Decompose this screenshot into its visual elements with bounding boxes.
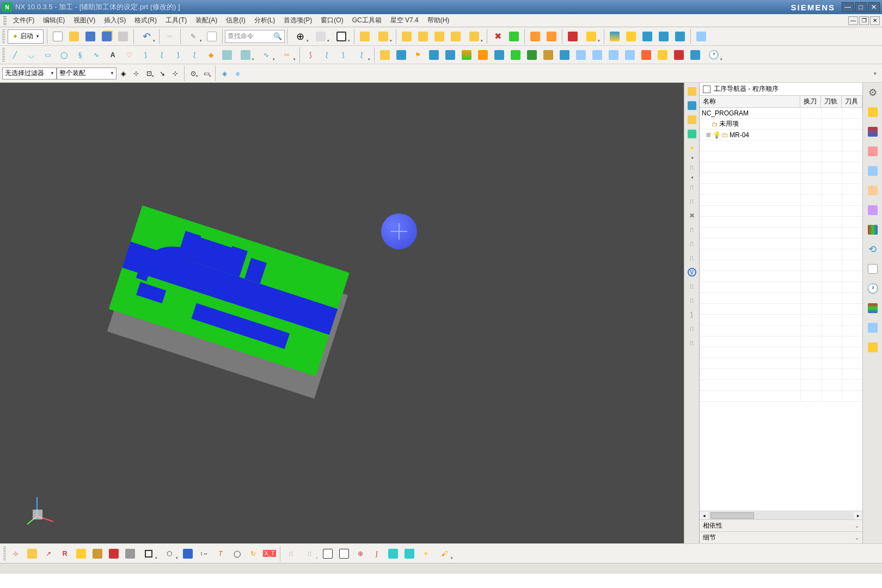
res-r9-icon[interactable] [865, 261, 880, 277]
vb-part-icon[interactable] [685, 85, 699, 98]
bb-circle-icon[interactable]: ◯ [229, 546, 244, 561]
cam-p3-icon[interactable] [459, 47, 474, 63]
arc-icon[interactable]: ◡ [23, 47, 39, 63]
print-icon[interactable] [115, 29, 131, 44]
menu-info[interactable]: 信息(I) [222, 15, 249, 26]
bb-axes-icon[interactable]: ↕↔ [197, 546, 212, 561]
bb-arc-icon[interactable]: ↻ [246, 546, 261, 561]
cyl1-icon[interactable] [219, 47, 235, 63]
menu-format[interactable]: 格式(R) [130, 15, 161, 26]
section-dependencies[interactable]: 相依性 ⌄ [700, 519, 862, 531]
sel-icon-5[interactable]: ⊹ [169, 68, 181, 79]
rect-icon[interactable]: ▾ [332, 29, 351, 44]
bb-brown-icon[interactable] [90, 546, 105, 561]
curve2-icon[interactable]: ⟆ [303, 47, 318, 63]
sel-icon-2[interactable]: ⊹ [130, 68, 142, 79]
bb-csys-icon[interactable]: ⊹ [8, 546, 23, 561]
bb-target-icon[interactable]: ⊕ [353, 546, 368, 561]
intersect-icon[interactable]: ◆ [203, 47, 218, 63]
vb-d12-icon[interactable]: ⎍ [685, 336, 699, 350]
bb-gray-icon[interactable] [122, 546, 138, 561]
cam-p6-icon[interactable] [508, 47, 523, 63]
spline-icon[interactable]: ∿ [89, 47, 104, 63]
yellow-cube-icon[interactable]: ▾ [581, 29, 601, 44]
vb-d11-icon[interactable]: ⎍ [685, 322, 699, 335]
bb-text-icon[interactable]: T [213, 546, 228, 561]
res-r6-icon[interactable] [865, 203, 880, 218]
sel-icon-7[interactable]: ▭▾ [200, 68, 212, 79]
tree-root[interactable]: NC_PROGRAM [700, 108, 862, 119]
col-toolchange[interactable]: 换刀 [800, 96, 821, 107]
vb-d5-icon[interactable]: ⎍ [685, 223, 699, 236]
menu-gctoolbox[interactable]: GC工具箱 [348, 15, 386, 26]
undo-icon[interactable]: ↶▾ [137, 29, 156, 44]
menu-tools[interactable]: 工具(T) [161, 15, 191, 26]
tool-icon[interactable] [415, 29, 431, 44]
vb-d4-icon[interactable]: ✖ [685, 209, 699, 222]
vb-d1-icon[interactable]: ⎍ [685, 161, 699, 174]
sel-icon-9[interactable]: ◆ [231, 68, 243, 79]
sel-icon-6[interactable]: ⊙▾ [187, 68, 199, 79]
vb-d2-icon[interactable]: ⎍ [685, 181, 699, 194]
vb-d7-icon[interactable]: ⎍ [685, 252, 699, 265]
menu-help[interactable]: 帮助(H) [423, 15, 454, 26]
cam-tool-icon[interactable] [394, 47, 409, 63]
sheet-icon[interactable] [204, 29, 219, 44]
grid4-icon[interactable] [656, 29, 671, 44]
cam-p13-icon[interactable] [622, 47, 638, 63]
mdi-restore[interactable]: ❐ [859, 16, 869, 25]
open-icon[interactable] [66, 29, 82, 44]
bb-hex-icon[interactable]: ⬡▾ [160, 546, 179, 561]
bb-blue-icon[interactable] [180, 546, 195, 561]
menu-analysis[interactable]: 分析(L) [250, 15, 280, 26]
res-r7-icon[interactable] [865, 222, 880, 237]
bb-xt-icon[interactable]: X_T [262, 546, 277, 561]
orange1-icon[interactable] [528, 29, 543, 44]
grid3-icon[interactable] [640, 29, 655, 44]
new-icon[interactable] [50, 29, 65, 44]
maximize-button[interactable]: □ [855, 2, 867, 12]
method-icon[interactable] [448, 29, 463, 44]
green-cube-icon[interactable] [506, 29, 522, 44]
vb-sparkle-icon[interactable]: ✦ [685, 142, 699, 155]
cam-p8-icon[interactable] [541, 47, 556, 63]
navigator-body[interactable]: NC_PROGRAM 🗀 未用项 ⊞ 💡 🗀 MR-04 [700, 108, 862, 511]
bb-grid2-icon[interactable] [336, 546, 352, 561]
line-icon[interactable]: ╱ [7, 47, 22, 63]
pin-icon[interactable] [703, 85, 710, 93]
bottom-grip[interactable] [3, 547, 6, 561]
res-gradient-icon[interactable] [865, 301, 880, 316]
vb-cube-icon[interactable] [685, 113, 699, 126]
wcs-icon[interactable]: ⊕▾ [290, 29, 310, 44]
minimize-button[interactable]: — [842, 2, 854, 12]
cam-clock-icon[interactable]: 🕐▾ [704, 47, 724, 63]
save-icon[interactable] [83, 29, 98, 44]
red-cube-icon[interactable] [565, 29, 580, 44]
tree-item-unused[interactable]: 🗀 未用项 [700, 119, 862, 130]
start-button[interactable]: ✦ 启动 ▾ [8, 29, 44, 44]
menu-window[interactable]: 窗口(O) [316, 15, 347, 26]
cam-flag-icon[interactable]: ⚑ [410, 47, 425, 63]
cam-p14-icon[interactable] [639, 47, 654, 63]
sel-icon-3[interactable]: ⊡▾ [143, 68, 155, 79]
ellipse-icon[interactable]: ◯ [56, 47, 71, 63]
col-tool[interactable]: 刀具 [842, 96, 862, 107]
expand-icon[interactable]: ⊞ [705, 132, 712, 138]
curve5-icon[interactable]: ⟅▾ [352, 47, 371, 63]
sel-icon-8[interactable]: ◈ [218, 68, 230, 79]
res-r10-icon[interactable] [865, 320, 880, 335]
col-name[interactable]: 名称 [700, 96, 800, 107]
res-r3-icon[interactable] [865, 144, 880, 159]
wave-icon[interactable]: ∿▾ [256, 47, 276, 63]
geometry-icon[interactable] [432, 29, 447, 44]
bb-curve-icon[interactable]: ∫ [369, 546, 384, 561]
cam-p17-icon[interactable] [688, 47, 703, 63]
bb-grid1-icon[interactable] [320, 546, 335, 561]
toolbar-grip-2[interactable] [2, 48, 5, 62]
save-all-icon[interactable] [99, 29, 114, 44]
program-icon[interactable] [399, 29, 414, 44]
col-toolpath[interactable]: 刀轨 [821, 96, 842, 107]
navigator-hscroll[interactable]: ◂▸ [700, 511, 862, 519]
cam-p15-icon[interactable] [655, 47, 670, 63]
vb-verify-icon[interactable]: V [685, 266, 699, 279]
